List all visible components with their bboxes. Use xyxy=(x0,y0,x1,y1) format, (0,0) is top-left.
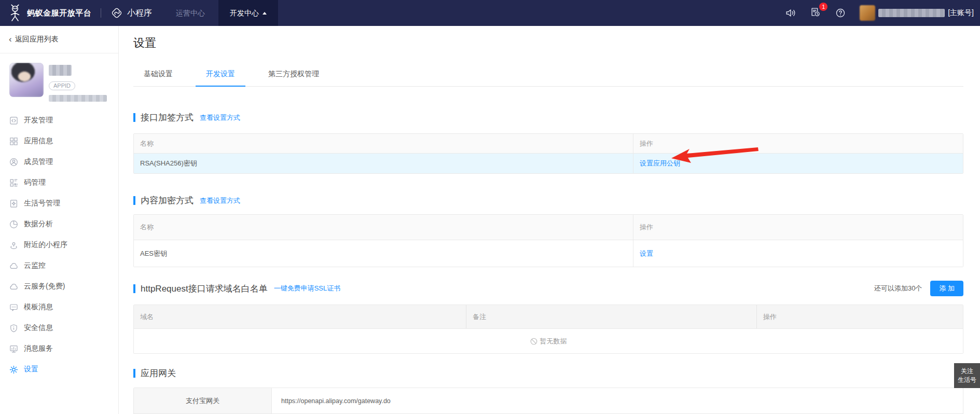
miniprogram-logo-icon xyxy=(111,7,123,19)
life-icon xyxy=(9,199,18,208)
notifications[interactable]: 1 xyxy=(810,6,821,20)
sidebar-item-app-info[interactable]: 应用信息 xyxy=(0,131,118,151)
navbar-left: 蚂蚁金服开放平台 小程序 运营中心 开发中心 xyxy=(0,0,278,26)
whitelist-table: 域名 备注 操作 暂无数据 xyxy=(133,305,963,354)
set-app-public-key-link[interactable]: 设置应用公钥 xyxy=(640,159,680,168)
sidebar-item-template-message[interactable]: 模板消息 xyxy=(0,297,118,318)
sidebar-item-label: 云监控 xyxy=(24,261,46,270)
quota-remaining-label: 还可以添加30个 xyxy=(874,284,922,293)
sidebar-item-label: 附近的小程序 xyxy=(24,240,67,250)
back-to-app-list-link[interactable]: ‹ 返回应用列表 xyxy=(0,26,118,53)
nav-item-dev-center[interactable]: 开发中心 xyxy=(218,0,278,26)
empty-state: 暂无数据 xyxy=(134,328,963,353)
sidebar-item-members[interactable]: 成员管理 xyxy=(0,151,118,172)
empty-state-label: 暂无数据 xyxy=(540,337,567,346)
section-domain-whitelist-header: httpRequest接口请求域名白名单 一键免费申请SSL证书 还可以添加30… xyxy=(133,281,963,296)
whitelist-controls: 还可以添加30个 添 加 xyxy=(874,281,963,296)
whitelist-table-header: 域名 备注 操作 xyxy=(134,305,963,328)
no-data-icon xyxy=(530,338,537,345)
cloud-icon xyxy=(9,261,18,270)
account-type-label: [主账号] xyxy=(948,8,974,18)
sidebar-item-nearby[interactable]: 附近的小程序 xyxy=(0,234,118,255)
view-setup-method-link[interactable]: 查看设置方式 xyxy=(200,196,240,205)
section-bar-icon xyxy=(133,369,135,378)
nav-item-operations[interactable]: 运营中心 xyxy=(176,0,205,26)
tab-dev-settings[interactable]: 开发设置 xyxy=(196,70,245,87)
column-header-remark: 备注 xyxy=(466,305,756,328)
navbar-right: 1 [主账号] xyxy=(785,5,980,21)
section-api-sign: 接口加签方式 查看设置方式 名称 操作 RSA(SHA256)密钥 设置应用公钥 xyxy=(133,112,963,174)
section-title: 接口加签方式 xyxy=(141,112,194,123)
set-aes-key-link[interactable]: 设置 xyxy=(640,249,653,258)
section-bar-icon xyxy=(133,196,135,205)
app-meta: APPID xyxy=(49,63,107,102)
column-header-name: 名称 xyxy=(134,134,633,153)
sidebar-item-life-account[interactable]: 生活号管理 xyxy=(0,193,118,214)
sidebar-item-label: 云服务(免费) xyxy=(24,282,65,291)
gear-icon xyxy=(9,365,18,374)
account-avatar xyxy=(860,5,875,21)
sidebar-item-security-info[interactable]: 安全信息 xyxy=(0,318,118,338)
sidebar-item-cloud-service[interactable]: 云服务(免费) xyxy=(0,276,118,297)
code-icon xyxy=(9,116,18,125)
section-content-encrypt-header: 内容加密方式 查看设置方式 xyxy=(133,195,963,206)
section-app-gateway: 应用网关 支付宝网关 https://openapi.alipay.com/ga… xyxy=(133,367,963,414)
shield-icon xyxy=(9,324,18,333)
section-bar-icon xyxy=(133,284,135,293)
sidebar-item-label: 生活号管理 xyxy=(24,199,60,208)
product-title: 小程序 xyxy=(127,8,152,19)
sign-table-header: 名称 操作 xyxy=(134,134,963,153)
rsa-key-name: RSA(SHA256)密钥 xyxy=(134,154,633,173)
sidebar-item-analytics[interactable]: 数据分析 xyxy=(0,214,118,234)
follow-tab-line1: 关注 xyxy=(961,367,973,376)
section-domain-whitelist: httpRequest接口请求域名白名单 一键免费申请SSL证书 还可以添加30… xyxy=(133,281,963,354)
add-domain-button[interactable]: 添 加 xyxy=(930,281,963,296)
main-content: 设置 基础设置 开发设置 第三方授权管理 接口加签方式 查看设置方式 名称 操作… xyxy=(119,26,980,414)
encrypt-table: 名称 操作 AES密钥 设置 xyxy=(133,214,963,267)
tab-basic-settings[interactable]: 基础设置 xyxy=(133,70,183,86)
column-header-action: 操作 xyxy=(633,134,963,153)
sidebar-item-label: 消息服务 xyxy=(24,344,53,353)
appid-badge: APPID xyxy=(49,81,75,90)
gateway-table: 支付宝网关 https://openapi.alipay.com/gateway… xyxy=(133,388,963,414)
column-header-domain: 域名 xyxy=(134,305,466,328)
appid-value-redacted xyxy=(49,95,107,102)
app-avatar xyxy=(9,63,44,97)
app-name-redacted xyxy=(49,65,72,76)
tab-third-party-auth[interactable]: 第三方授权管理 xyxy=(258,70,329,86)
help-icon[interactable] xyxy=(835,7,846,19)
sidebar-item-label: 设置 xyxy=(24,365,38,374)
speaker-icon[interactable] xyxy=(785,7,796,19)
section-title: 内容加密方式 xyxy=(141,195,194,206)
sidebar-item-label: 数据分析 xyxy=(24,219,53,229)
sidebar-item-cloud-monitor[interactable]: 云监控 xyxy=(0,255,118,276)
navbar-divider xyxy=(101,8,101,18)
sidebar-item-message-service[interactable]: 消息服务 xyxy=(0,338,118,359)
sidebar-item-dev-management[interactable]: 开发管理 xyxy=(0,110,118,131)
member-icon xyxy=(9,158,18,167)
sidebar-nav: 开发管理 应用信息 成员管理 码管理 生活号管理 数据分析 xyxy=(0,110,118,380)
account-name-redacted xyxy=(878,9,945,17)
nav-item-dev-center-label: 开发中心 xyxy=(230,0,259,26)
sign-table: 名称 操作 RSA(SHA256)密钥 设置应用公钥 xyxy=(133,133,963,174)
sidebar-item-label: 应用信息 xyxy=(24,136,53,146)
gateway-row-label: 支付宝网关 xyxy=(134,388,272,413)
sidebar-item-settings[interactable]: 设置 xyxy=(0,359,118,380)
page-title: 设置 xyxy=(133,35,963,51)
sidebar-item-label: 成员管理 xyxy=(24,157,53,167)
cloud-icon xyxy=(9,282,18,291)
follow-life-account-tab[interactable]: 关注 生活号 xyxy=(954,363,980,388)
sidebar-item-label: 码管理 xyxy=(24,178,46,187)
section-title: 应用网关 xyxy=(141,367,176,379)
section-app-gateway-header: 应用网关 xyxy=(133,367,963,379)
qrcode-icon xyxy=(9,178,18,187)
account-menu[interactable]: [主账号] xyxy=(860,5,974,21)
apply-ssl-cert-link[interactable]: 一键免费申请SSL证书 xyxy=(274,284,341,293)
sidebar: ‹ 返回应用列表 APPID 开发管理 应用信息 成员管理 xyxy=(0,26,119,414)
follow-tab-line2: 生活号 xyxy=(958,376,976,384)
view-setup-method-link[interactable]: 查看设置方式 xyxy=(200,113,240,122)
section-bar-icon xyxy=(133,113,135,122)
screen: 蚂蚁金服开放平台 小程序 运营中心 开发中心 xyxy=(0,0,980,414)
sidebar-item-qrcode[interactable]: 码管理 xyxy=(0,172,118,193)
section-content-encrypt: 内容加密方式 查看设置方式 名称 操作 AES密钥 设置 xyxy=(133,195,963,267)
